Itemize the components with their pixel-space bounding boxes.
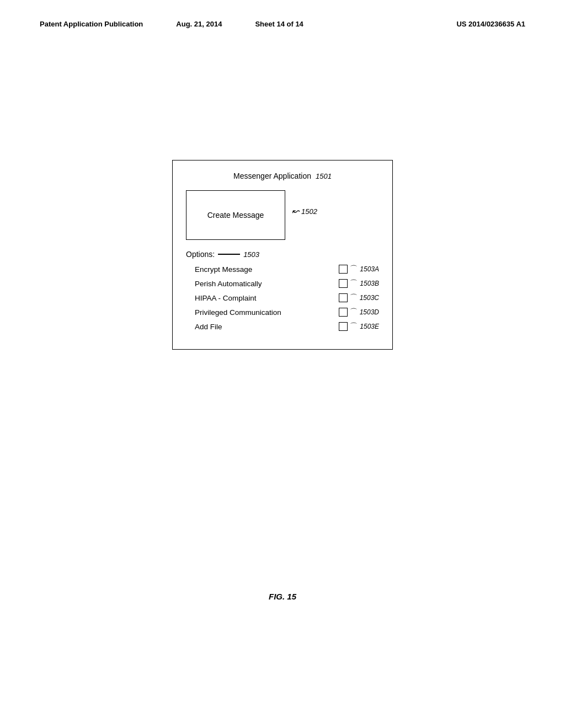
diagram-container: Messenger Application 1501 Create Messag… xyxy=(172,160,393,350)
arrow-1503E: ⌒ xyxy=(350,322,358,331)
option-right-1: ⌒1503B xyxy=(339,279,379,288)
app-box: Messenger Application 1501 Create Messag… xyxy=(172,160,393,350)
option-row-1: Perish Automatically⌒1503B xyxy=(186,279,379,288)
option-label-4: Add File xyxy=(195,323,222,331)
option-right-4: ⌒1503E xyxy=(339,322,379,331)
option-right-3: ⌒1503D xyxy=(339,307,379,317)
options-line xyxy=(218,254,240,255)
header-date: Aug. 21, 2014 xyxy=(176,20,222,28)
checkbox-1[interactable] xyxy=(339,279,348,288)
option-ref-2: 1503C xyxy=(360,294,379,302)
option-ref-3: 1503D xyxy=(360,308,379,316)
options-section: Options: 1503 Encrypt Message⌒1503APeris… xyxy=(186,250,379,331)
option-row-2: HIPAA - Complaint⌒1503C xyxy=(186,293,379,303)
option-right-0: ⌒1503A xyxy=(339,264,379,274)
option-row-0: Encrypt Message⌒1503A xyxy=(186,264,379,274)
arrow-1503A: ⌒ xyxy=(350,264,358,274)
arrow-1503B: ⌒ xyxy=(350,279,358,288)
create-message-area: Create Message ↜ 1502 xyxy=(186,190,379,240)
create-message-ref: 1502 xyxy=(301,207,317,216)
option-ref-4: 1503E xyxy=(360,323,379,330)
app-ref: 1501 xyxy=(316,172,332,180)
checkbox-3[interactable] xyxy=(339,308,348,317)
figure-caption: FIG. 15 xyxy=(269,592,296,601)
header-patent-number: US 2014/0236635 A1 xyxy=(456,20,525,28)
checkbox-2[interactable] xyxy=(339,293,348,302)
page-header: Patent Application Publication Aug. 21, … xyxy=(40,20,525,28)
checkbox-4[interactable] xyxy=(339,322,348,331)
option-ref-1: 1503B xyxy=(360,280,379,287)
header-sheet: Sheet 14 of 14 xyxy=(255,20,303,28)
option-label-3: Privileged Communication xyxy=(195,308,281,317)
options-label: Options: xyxy=(186,250,215,259)
option-label-0: Encrypt Message xyxy=(195,265,252,274)
create-message-box: Create Message xyxy=(186,190,285,240)
options-label-row: Options: 1503 xyxy=(186,250,379,259)
options-list: Encrypt Message⌒1503APerish Automaticall… xyxy=(186,264,379,331)
arrow-1503D: ⌒ xyxy=(350,307,358,317)
arrow-1502: ↜ xyxy=(292,207,299,216)
option-label-1: Perish Automatically xyxy=(195,280,262,288)
option-row-4: Add File⌒1503E xyxy=(186,322,379,331)
create-message-ref-area: ↜ 1502 xyxy=(292,207,317,216)
option-row-3: Privileged Communication⌒1503D xyxy=(186,307,379,317)
create-message-label: Create Message xyxy=(207,211,264,220)
app-title-row: Messenger Application 1501 xyxy=(186,172,379,180)
arrow-1503C: ⌒ xyxy=(350,293,358,303)
option-right-2: ⌒1503C xyxy=(339,293,379,303)
option-label-2: HIPAA - Complaint xyxy=(195,294,257,302)
option-ref-0: 1503A xyxy=(360,265,379,273)
checkbox-0[interactable] xyxy=(339,265,348,274)
options-ref: 1503 xyxy=(243,250,259,259)
header-publication: Patent Application Publication xyxy=(40,20,143,28)
app-title: Messenger Application xyxy=(233,172,311,180)
